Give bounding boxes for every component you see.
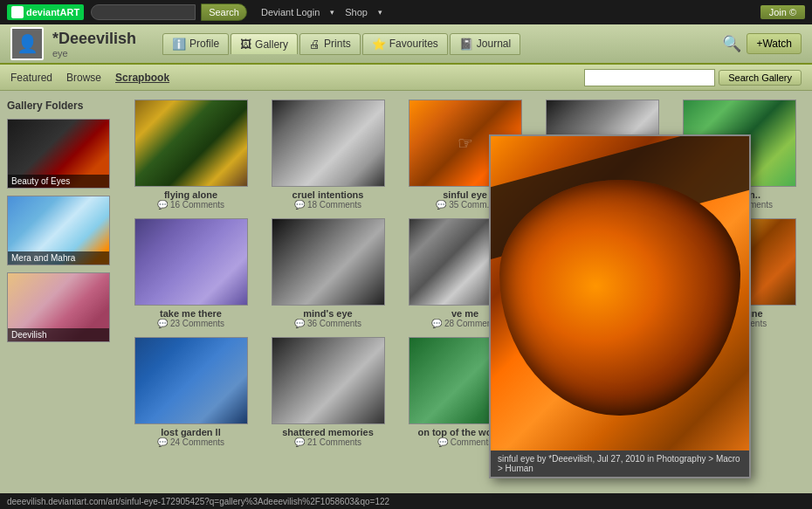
tab-journal[interactable]: 📓Journal (450, 33, 520, 55)
deviant-login-link[interactable]: Deviant Login (261, 7, 320, 17)
user-info: *Deeevilish eye (52, 30, 136, 58)
top-search-button[interactable]: Search (201, 3, 247, 21)
gallery-search-input[interactable] (584, 69, 715, 86)
profile-tabs: ℹ️Profile 🖼Gallery 🖨Prints ⭐Favourites 📓… (162, 33, 520, 55)
gallery-search-button[interactable]: Search Gallery (719, 70, 802, 86)
subnav-scrapbook[interactable]: Scrapbook (115, 72, 169, 84)
gallery-item-cruel-intentions[interactable]: cruel intentions 💬18 Comments (264, 100, 392, 210)
preview-image (491, 136, 749, 451)
search-icon[interactable]: 🔍 (722, 34, 741, 53)
shop-arrow: ▾ (378, 8, 382, 17)
folder-label-3: Deevilish (8, 328, 109, 341)
status-url[interactable]: deeevilish.deviantart.com/art/sinful-eye… (7, 497, 389, 506)
comments-flying-alone: 💬16 Comments (127, 200, 255, 210)
sidebar: Gallery Folders Beauty of Eyes Mera and … (0, 91, 118, 509)
gallery-item-minds-eye[interactable]: mind's eye 💬36 Comments (264, 218, 392, 328)
deviantart-logo[interactable]: deviantART (7, 4, 84, 20)
shop-link[interactable]: Shop (345, 7, 368, 17)
folder-beauty-of-eyes[interactable]: Beauty of Eyes (7, 119, 110, 189)
da-icon (11, 6, 24, 18)
gallery-item-take-me-there[interactable]: take me there 💬23 Comments (127, 218, 255, 328)
folder-label-1: Beauty of Eyes (8, 175, 109, 188)
subnav-browse[interactable]: Browse (66, 72, 101, 84)
thumb-minds-eye (272, 218, 385, 306)
logo-text: deviantART (26, 7, 79, 17)
preview-popup: sinful eye by *Deeevilish, Jul 27, 2010 … (489, 134, 751, 478)
tab-profile[interactable]: ℹ️Profile (162, 33, 229, 55)
comments-minds-eye: 💬36 Comments (264, 319, 392, 328)
title-take-me-there: take me there (127, 308, 255, 319)
subnav-featured[interactable]: Featured (10, 72, 52, 84)
title-shattered-memories: shattered memories (264, 427, 392, 437)
title-cruel-intentions: cruel intentions (264, 189, 392, 200)
top-search-input[interactable] (91, 4, 196, 20)
thumb-flying-alone (134, 100, 248, 187)
tab-gallery[interactable]: 🖼Gallery (231, 33, 298, 54)
comments-shattered-memories: 💬21 Comments (264, 437, 392, 447)
preview-caption: sinful eye by *Deeevilish, Jul 27, 2010 … (491, 451, 749, 477)
comments-take-me-there: 💬23 Comments (127, 319, 255, 328)
thumb-lost-garden (134, 337, 248, 424)
thumb-take-me-there (134, 218, 248, 306)
title-lost-garden: lost garden ll (127, 427, 255, 437)
comments-cruel-intentions: 💬18 Comments (264, 200, 392, 210)
gallery-item-lost-garden[interactable]: lost garden ll 💬24 Comments (127, 337, 255, 447)
folder-deevilish[interactable]: Deevilish (7, 272, 110, 342)
tab-favourites[interactable]: ⭐Favourites (362, 33, 448, 55)
profile-bar: 👤 *Deeevilish eye ℹ️Profile 🖼Gallery 🖨Pr… (0, 24, 812, 65)
top-nav: Deviant Login ▾ Shop ▾ (261, 7, 382, 17)
comments-lost-garden: 💬24 Comments (127, 437, 255, 447)
folder-label-2: Mera and Mahra (8, 251, 109, 265)
main-content: Gallery Folders Beauty of Eyes Mera and … (0, 91, 812, 509)
title-minds-eye: mind's eye (264, 308, 392, 319)
bottom-bar: deeevilish.deviantart.com/art/sinful-eye… (0, 493, 812, 509)
folder-mera-and-mahra[interactable]: Mera and Mahra (7, 196, 110, 265)
login-arrow: ▾ (330, 8, 334, 17)
gallery-folders-title: Gallery Folders (7, 100, 111, 112)
sub-nav: Featured Browse Scrapbook Search Gallery (0, 65, 812, 91)
user-subtitle: eye (52, 48, 136, 58)
gallery-item-flying-alone[interactable]: flying alone 💬16 Comments (127, 100, 255, 210)
thumb-cruel-intentions (272, 100, 385, 187)
thumb-shattered-memories (272, 337, 385, 424)
watch-button[interactable]: +Watch (747, 33, 802, 54)
avatar: 👤 (10, 27, 44, 60)
gallery-item-shattered-memories[interactable]: shattered memories 💬21 Comments (264, 337, 392, 447)
username: *Deeevilish (52, 30, 136, 48)
title-flying-alone: flying alone (127, 189, 255, 200)
join-button[interactable]: Join © (760, 5, 805, 19)
tab-prints[interactable]: 🖨Prints (299, 33, 361, 55)
top-bar: deviantART Search Deviant Login ▾ Shop ▾… (0, 0, 812, 24)
gallery-search-area: Search Gallery (584, 69, 802, 86)
